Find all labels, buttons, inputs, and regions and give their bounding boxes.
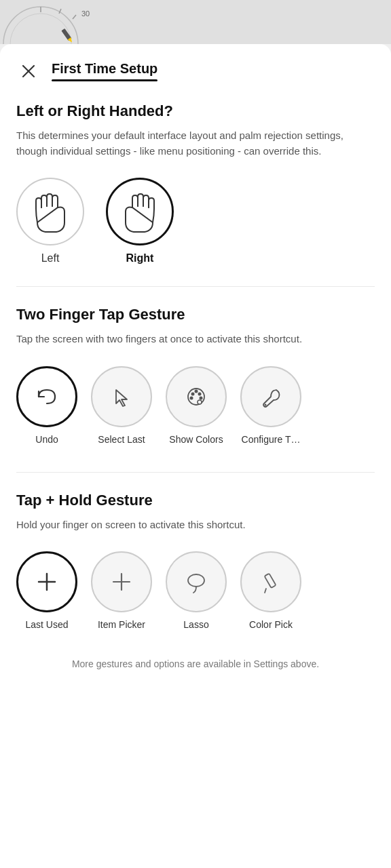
gesture-label-lasso: Lasso [183, 619, 208, 630]
close-button[interactable] [16, 59, 41, 83]
svg-point-12 [191, 392, 195, 395]
hand-label-left: Left [41, 252, 60, 264]
footer-note: More gestures and options are available … [0, 635, 391, 671]
svg-point-14 [195, 389, 198, 393]
svg-point-13 [198, 392, 202, 395]
hand-section-title: Left or Right Handed? [16, 102, 375, 120]
modal-title-underline [52, 79, 157, 81]
configure-icon [256, 382, 286, 412]
select-last-icon [107, 382, 136, 412]
modal-header: First Time Setup [0, 44, 391, 83]
hand-section-desc: This determines your default interface l… [16, 128, 375, 159]
gesture-label-color-pick: Color Pick [249, 619, 293, 630]
gesture-label-select-last: Select Last [98, 434, 145, 445]
hand-option-left[interactable]: Left [16, 178, 84, 264]
close-icon [21, 64, 36, 79]
modal: First Time Setup Left or Right Handed? T… [0, 44, 391, 868]
svg-text:30: 30 [81, 9, 90, 18]
gesture-option-undo[interactable]: Undo [16, 366, 77, 445]
hand-section: Left or Right Handed? This determines yo… [0, 83, 391, 264]
tap-hold-section: Tap + Hold Gesture Hold your finger on s… [0, 473, 391, 636]
last-used-icon [32, 567, 62, 597]
gesture-circle-select-last [91, 366, 152, 427]
two-finger-options: Undo Select Last [16, 366, 375, 450]
tap-hold-title: Tap + Hold Gesture [16, 492, 375, 509]
gesture-label-undo: Undo [35, 434, 58, 445]
gesture-option-select-last[interactable]: Select Last [91, 366, 152, 445]
hand-circle-right [106, 178, 174, 245]
two-finger-desc: Tap the screen with two fingers at once … [16, 332, 375, 347]
right-hand-icon [120, 189, 160, 235]
item-picker-icon [107, 567, 136, 597]
tap-hold-desc: Hold your finger on screen to activate t… [16, 517, 375, 533]
color-pick-icon [256, 567, 286, 597]
hand-circle-left [16, 178, 84, 245]
two-finger-title: Two Finger Tap Gesture [16, 306, 375, 323]
gesture-label-show-colors: Show Colors [169, 434, 223, 445]
svg-point-15 [200, 396, 203, 399]
gesture-circle-color-pick [240, 551, 301, 612]
hand-label-right: Right [126, 252, 154, 264]
gesture-option-color-pick[interactable]: Color Pick [240, 551, 301, 630]
gesture-circle-lasso [166, 551, 227, 612]
svg-rect-0 [0, 0, 391, 44]
modal-title-wrap: First Time Setup [52, 61, 157, 81]
gesture-label-item-picker: Item Picker [98, 619, 145, 630]
hand-options: Left Right [16, 178, 375, 264]
gesture-option-show-colors[interactable]: Show Colors [166, 366, 227, 445]
svg-point-16 [190, 396, 193, 399]
left-hand-icon [31, 189, 70, 235]
top-bar: 30 [0, 0, 391, 44]
gesture-circle-show-colors [166, 366, 227, 427]
tap-hold-options: Last Used Item Picker [16, 551, 375, 635]
lasso-icon [181, 567, 211, 597]
gesture-option-lasso[interactable]: Lasso [166, 551, 227, 630]
gesture-label-configure: Configure T… [242, 434, 301, 445]
undo-icon [32, 382, 62, 412]
gesture-label-last-used: Last Used [25, 619, 68, 630]
svg-rect-24 [265, 574, 276, 588]
hand-option-right[interactable]: Right [106, 178, 174, 264]
modal-title: First Time Setup [52, 61, 157, 77]
gesture-option-configure[interactable]: Configure T… [240, 366, 301, 445]
svg-point-17 [198, 400, 202, 404]
svg-point-18 [265, 403, 267, 406]
gesture-circle-last-used [16, 551, 77, 612]
gesture-circle-undo [16, 366, 77, 427]
two-finger-section: Two Finger Tap Gesture Tap the screen wi… [0, 287, 391, 450]
gesture-option-last-used[interactable]: Last Used [16, 551, 77, 630]
svg-point-23 [188, 574, 204, 587]
show-colors-icon [181, 382, 211, 412]
gesture-option-item-picker[interactable]: Item Picker [91, 551, 152, 630]
gesture-circle-configure [240, 366, 301, 427]
gesture-circle-item-picker [91, 551, 152, 612]
